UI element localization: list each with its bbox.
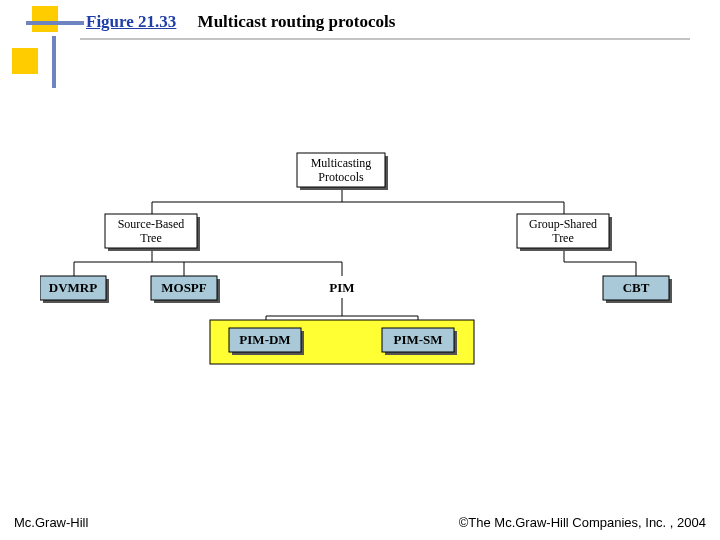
node-pim-sm: PIM-SM [382, 328, 457, 355]
tree-diagram: Multicasting Protocols Source-Based Tree… [40, 150, 680, 410]
gs-line1: Group-Shared [529, 217, 597, 231]
root-line1: Multicasting [311, 156, 372, 170]
node-cbt: CBT [603, 276, 672, 303]
node-dvmrp: DVMRP [40, 276, 109, 303]
accent-square-1 [32, 6, 58, 32]
figure-number: Figure 21.33 [86, 12, 176, 31]
accent-square-2 [12, 48, 38, 74]
node-group-shared: Group-Shared Tree [517, 214, 612, 251]
pim-label: PIM [329, 280, 354, 295]
figure-title: Multicast routing protocols [198, 12, 396, 31]
pimsm-label: PIM-SM [393, 332, 442, 347]
heading-divider [80, 38, 690, 40]
node-pim-dm: PIM-DM [229, 328, 304, 355]
mospf-label: MOSPF [161, 280, 207, 295]
accent-bar-v [52, 36, 56, 88]
node-root: Multicasting Protocols [297, 153, 388, 190]
footer-right: ©The Mc.Graw-Hill Companies, Inc. , 2004 [459, 515, 706, 530]
figure-heading: Figure 21.33 Multicast routing protocols [86, 12, 395, 32]
pimdm-label: PIM-DM [239, 332, 290, 347]
node-source-based: Source-Based Tree [105, 214, 200, 251]
accent-bar-h [26, 21, 84, 25]
cbt-label: CBT [623, 280, 650, 295]
node-mospf: MOSPF [151, 276, 220, 303]
footer-left: Mc.Graw-Hill [14, 515, 88, 530]
dvmrp-label: DVMRP [49, 280, 97, 295]
connectors [74, 188, 636, 328]
gs-line2: Tree [552, 231, 574, 245]
sb-line2: Tree [140, 231, 162, 245]
root-line2: Protocols [318, 170, 364, 184]
sb-line1: Source-Based [118, 217, 185, 231]
